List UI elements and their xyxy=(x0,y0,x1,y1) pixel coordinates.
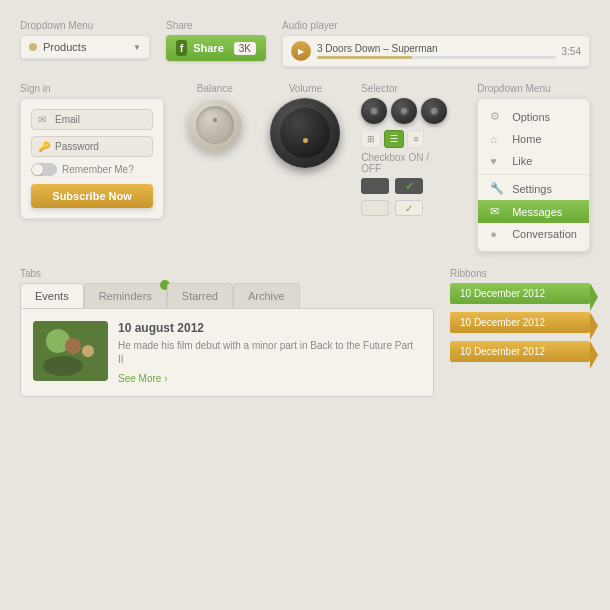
see-more-label: See More xyxy=(118,373,161,384)
dropdown-box-1[interactable]: Products ▼ xyxy=(20,35,150,59)
email-icon: ✉ xyxy=(38,114,50,125)
checkbox-2-off[interactable] xyxy=(361,200,389,216)
selector-btn-3[interactable] xyxy=(421,98,447,124)
ribbon-body-1[interactable]: 10 December 2012 xyxy=(450,283,590,304)
check-icon: ✓ xyxy=(405,180,414,193)
signin-widget: Sign in ✉ 🔑 Remember Me? Subscribe Now xyxy=(20,83,164,219)
list-view-btn[interactable]: ☰ xyxy=(384,130,404,148)
selector-btn-2[interactable] xyxy=(391,98,417,124)
ribbon-item-2: 10 December 2012 xyxy=(450,312,590,333)
signin-label: Sign in xyxy=(20,83,164,94)
tabs-content: 10 august 2012 He made his film debut wi… xyxy=(20,308,434,397)
ribbon-text-1: 10 December 2012 xyxy=(460,288,545,299)
checkbox-on-1[interactable]: ✓ xyxy=(395,178,423,194)
checkbox-row-2: ✓ xyxy=(361,200,451,216)
chevron-right-icon: › xyxy=(164,373,167,384)
remember-toggle[interactable] xyxy=(31,163,57,176)
menu-item-options[interactable]: ⚙ Options xyxy=(478,105,589,128)
selector-checkbox-group: Selector ⊞ ☰ ≡ xyxy=(361,83,461,216)
check-icon-2: ✓ xyxy=(405,203,413,214)
content-desc: He made his film debut with a minor part… xyxy=(118,339,421,367)
balance-knob[interactable] xyxy=(188,98,242,152)
ribbon-tail-2 xyxy=(590,312,598,340)
content-date: 10 august 2012 xyxy=(118,321,421,335)
see-more-link[interactable]: See More › xyxy=(118,373,421,384)
tab-events-label: Events xyxy=(35,290,69,302)
dropdown-label-1: Dropdown Menu xyxy=(20,20,150,31)
share-label: Share xyxy=(166,20,266,31)
toggle-thumb xyxy=(32,164,43,175)
audio-title: 3 Doors Down – Superman xyxy=(317,43,556,54)
audio-time: 3:54 xyxy=(562,46,581,57)
password-input-row: 🔑 xyxy=(31,136,153,157)
menu-label-settings: Settings xyxy=(512,183,552,195)
selector-buttons xyxy=(361,98,461,124)
email-field[interactable] xyxy=(55,114,145,125)
audio-info: 3 Doors Down – Superman xyxy=(317,43,556,59)
selector-btn-1[interactable] xyxy=(361,98,387,124)
tab-archive[interactable]: Archive xyxy=(233,283,300,308)
audio-progress-bar xyxy=(317,56,556,59)
grid-view-btn[interactable]: ⊞ xyxy=(361,130,381,148)
dropdown-menu-box: ⚙ Options ⌂ Home ♥ Like 🔧 Settings ✉ xyxy=(477,98,590,252)
selector-widget: Selector ⊞ ☰ ≡ xyxy=(361,83,461,148)
menu-item-conversation[interactable]: ● Conversation xyxy=(478,223,589,245)
nature-illustration xyxy=(33,321,108,381)
menu-item-like[interactable]: ♥ Like xyxy=(478,150,589,172)
tab-events[interactable]: Events xyxy=(20,283,84,308)
menu-item-messages[interactable]: ✉ Messages xyxy=(478,200,589,223)
selector-label: Selector xyxy=(361,83,461,94)
menu-label-messages: Messages xyxy=(512,206,562,218)
ribbon-tail-1 xyxy=(590,283,598,311)
dropdown-menu-widget: Dropdown Menu ⚙ Options ⌂ Home ♥ Like 🔧 xyxy=(477,83,590,252)
dropdown-dot xyxy=(29,43,37,51)
balance-label: Balance xyxy=(180,83,250,94)
ribbon-body-2[interactable]: 10 December 2012 xyxy=(450,312,590,333)
tab-starred[interactable]: Starred xyxy=(167,283,233,308)
svg-point-4 xyxy=(82,345,94,357)
dropdown2-label: Dropdown Menu xyxy=(477,83,590,94)
ribbon-body-3[interactable]: 10 December 2012 xyxy=(450,341,590,362)
facebook-icon: f xyxy=(176,40,187,56)
menu-item-home[interactable]: ⌂ Home xyxy=(478,128,589,150)
balance-widget: Balance xyxy=(180,83,250,152)
home-icon: ⌂ xyxy=(490,133,504,145)
tab-reminders-label: Reminders xyxy=(99,290,152,302)
volume-indicator xyxy=(303,138,308,143)
volume-label: Volume xyxy=(266,83,346,94)
menu-divider xyxy=(478,174,589,175)
subscribe-button[interactable]: Subscribe Now xyxy=(31,184,153,208)
checkbox-row-1: ✓ xyxy=(361,178,451,194)
email-input-row: ✉ xyxy=(31,109,153,130)
remember-row: Remember Me? xyxy=(31,163,153,176)
menu-item-settings[interactable]: 🔧 Settings xyxy=(478,177,589,200)
share-button[interactable]: f Share 3K xyxy=(166,35,266,61)
menu-label-conversation: Conversation xyxy=(512,228,577,240)
detail-view-btn[interactable]: ≡ xyxy=(407,130,424,148)
audio-player[interactable]: ▶ 3 Doors Down – Superman 3:54 xyxy=(282,35,590,67)
selector-inner-2 xyxy=(399,106,409,116)
checkbox-off-1[interactable] xyxy=(361,178,389,194)
volume-knob[interactable] xyxy=(270,98,340,168)
ribbon-text-2: 10 December 2012 xyxy=(460,317,545,328)
svg-point-3 xyxy=(43,356,83,376)
password-field[interactable] xyxy=(55,141,145,152)
ribbons-widget: Ribbons 10 December 2012 10 December 201… xyxy=(450,268,590,370)
tab-reminders[interactable]: Reminders xyxy=(84,283,167,308)
dropdown-value-1: Products xyxy=(43,41,133,53)
ribbon-item-3: 10 December 2012 xyxy=(450,341,590,362)
checkbox-label: Checkbox ON / OFF xyxy=(361,152,451,174)
volume-widget: Volume xyxy=(266,83,346,168)
knob-indicator xyxy=(213,118,217,122)
wrench-icon: 🔧 xyxy=(490,182,504,195)
play-icon[interactable]: ▶ xyxy=(291,41,311,61)
ribbon-item-1: 10 December 2012 xyxy=(450,283,590,304)
tabs-header: Events Reminders Starred Archive xyxy=(20,283,434,308)
tab-starred-label: Starred xyxy=(182,290,218,302)
tabs-widget: Tabs Events Reminders Starred Archive xyxy=(20,268,434,397)
checkbox-2-on[interactable]: ✓ xyxy=(395,200,423,216)
remember-label: Remember Me? xyxy=(62,164,134,175)
volume-knob-inner xyxy=(280,108,330,158)
tabs-label: Tabs xyxy=(20,268,434,279)
selector-inner-3 xyxy=(429,106,439,116)
